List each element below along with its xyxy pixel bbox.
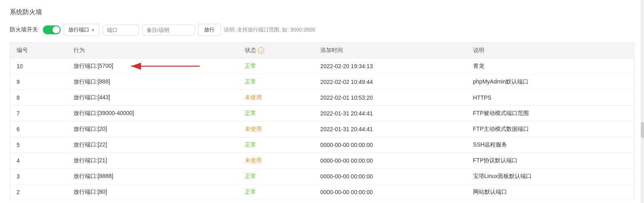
cell-time: 0000-00-00 00:00:00 bbox=[314, 137, 467, 153]
col-time: 添加时间 bbox=[314, 43, 467, 59]
cell-time: 2022-01-31 20:44:41 bbox=[314, 121, 467, 137]
table-row: 6 放行端口:[20] 未使用 2022-01-31 20:44:41 FTP主… bbox=[10, 121, 634, 137]
cell-id: 2 bbox=[10, 184, 67, 200]
cell-note: FTP协议默认端口 bbox=[467, 153, 634, 169]
cell-id: 4 bbox=[10, 153, 67, 169]
cell-status: 未使用 bbox=[238, 90, 314, 106]
cell-action: 放行端口:[22] bbox=[67, 137, 239, 153]
port-type-dropdown[interactable]: 放行端口 ▼ bbox=[64, 24, 99, 36]
cell-note: 青龙 bbox=[467, 59, 634, 74]
cell-note: 宝塔Linux面板默认端口 bbox=[467, 169, 634, 184]
cell-note: HTTPS bbox=[467, 90, 634, 106]
cell-action: 放行端口:[443] bbox=[67, 90, 239, 106]
table-header-row: 编号 行为 状态 i 添加时间 说明 bbox=[10, 43, 634, 59]
scrollbar[interactable] bbox=[641, 0, 644, 203]
table-row: 2 放行端口:[80] 正常 0000-00-00 00:00:00 网站默认端… bbox=[10, 184, 634, 200]
col-id: 编号 bbox=[10, 43, 67, 59]
col-status: 状态 i bbox=[238, 43, 314, 59]
cell-id: 6 bbox=[10, 121, 67, 137]
cell-status: 正常 bbox=[238, 106, 314, 121]
toolbar: 防火墙开关 放行端口 ▼ 放行 说明: 支持放行端口范围, 如: 3000:35… bbox=[10, 24, 634, 36]
cell-note: SSH远程服务 bbox=[467, 137, 634, 153]
cell-id: 5 bbox=[10, 137, 67, 153]
cell-time: 2022-02-20 19:34:13 bbox=[314, 59, 467, 74]
cell-status: 未使用 bbox=[238, 153, 314, 169]
cell-id: 10 bbox=[10, 59, 67, 74]
scrollbar-thumb[interactable] bbox=[641, 122, 644, 138]
cell-id: 3 bbox=[10, 169, 67, 184]
table-row: 8 放行端口:[443] 未使用 2022-02-01 10:53:20 HTT… bbox=[10, 90, 634, 106]
cell-time: 0000-00-00 00:00:00 bbox=[314, 169, 467, 184]
port-input[interactable] bbox=[103, 25, 139, 36]
firewall-toggle[interactable] bbox=[43, 25, 61, 34]
cell-id: 8 bbox=[10, 90, 67, 106]
cell-status: 正常 bbox=[238, 137, 314, 153]
cell-status: 正常 bbox=[238, 59, 314, 74]
page-title: 系统防火墙 bbox=[10, 8, 634, 17]
cell-action: 放行端口:[20] bbox=[67, 121, 239, 137]
cell-note: 网站默认端口 bbox=[467, 184, 634, 200]
table-row: 7 放行端口:[39000-40000] 正常 2022-01-31 20:44… bbox=[10, 106, 634, 121]
firewall-table-container: 编号 行为 状态 i 添加时间 说明 10 放行端口:[5700] 正常 202 bbox=[10, 42, 634, 200]
cell-action: 放行端口:[80] bbox=[67, 184, 239, 200]
dropdown-label: 放行端口 bbox=[68, 26, 89, 33]
cell-status: 正常 bbox=[238, 169, 314, 184]
cell-action: 放行端口:[39000-40000] bbox=[67, 106, 239, 121]
firewall-table: 编号 行为 状态 i 添加时间 说明 10 放行端口:[5700] 正常 202 bbox=[10, 42, 634, 200]
table-row: 4 放行端口:[21] 未使用 0000-00-00 00:00:00 FTP协… bbox=[10, 153, 634, 169]
cell-time: 0000-00-00 00:00:00 bbox=[314, 153, 467, 169]
cell-note: FTP主动模式数据端口 bbox=[467, 121, 634, 137]
table-row: 5 放行端口:[22] 正常 0000-00-00 00:00:00 SSH远程… bbox=[10, 137, 634, 153]
cell-action: 放行端口:[5700] bbox=[67, 59, 239, 74]
col-action: 行为 bbox=[67, 43, 239, 59]
cell-id: 9 bbox=[10, 74, 67, 90]
cell-action: 放行端口:[8888] bbox=[67, 169, 239, 184]
cell-status: 正常 bbox=[238, 74, 314, 90]
table-row: 10 放行端口:[5700] 正常 2022-02-20 19:34:13 青龙 bbox=[10, 59, 634, 74]
switch-label: 防火墙开关 bbox=[10, 26, 38, 33]
table-row: 3 放行端口:[8888] 正常 0000-00-00 00:00:00 宝塔L… bbox=[10, 169, 634, 184]
cell-time: 0000-00-00 00:00:00 bbox=[314, 184, 467, 200]
hint-text: 说明: 支持放行端口范围, 如: 3000:3500 bbox=[224, 26, 315, 33]
col-note: 说明 bbox=[467, 43, 634, 59]
status-info-icon[interactable]: i bbox=[258, 47, 264, 54]
cell-time: 2022-02-02 10:49:44 bbox=[314, 74, 467, 90]
cell-status: 未使用 bbox=[238, 121, 314, 137]
cell-action: 放行端口:[888] bbox=[67, 74, 239, 90]
release-button[interactable]: 放行 bbox=[198, 24, 221, 36]
cell-time: 2022-02-01 10:53:20 bbox=[314, 90, 467, 106]
table-row: 9 放行端口:[888] 正常 2022-02-02 10:49:44 phpM… bbox=[10, 74, 634, 90]
note-input[interactable] bbox=[142, 25, 195, 36]
cell-action: 放行端口:[21] bbox=[67, 153, 239, 169]
cell-time: 2022-01-31 20:44:41 bbox=[314, 106, 467, 121]
cell-note: phpMyAdmin默认端口 bbox=[467, 74, 634, 90]
chevron-down-icon: ▼ bbox=[91, 28, 95, 32]
cell-note: FTP被动模式端口范围 bbox=[467, 106, 634, 121]
cell-id: 7 bbox=[10, 106, 67, 121]
cell-status: 正常 bbox=[238, 184, 314, 200]
